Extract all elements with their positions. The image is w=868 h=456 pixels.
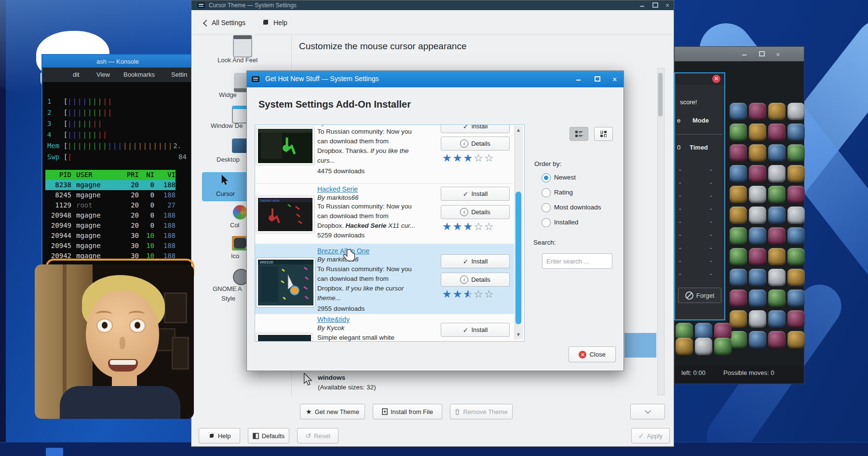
theme-list-scrollbar-thumb[interactable]	[658, 73, 663, 116]
maximize-icon[interactable]	[759, 51, 765, 57]
gem-O[interactable]	[730, 207, 747, 224]
gem-O[interactable]	[749, 144, 766, 162]
list-view-button[interactable]	[570, 127, 588, 141]
star-icon[interactable]: ☆	[474, 152, 484, 164]
gem-G[interactable]	[787, 144, 805, 162]
sidebar-item-gnome-style-line2[interactable]: Style	[221, 295, 235, 302]
gem-G[interactable]	[714, 338, 732, 355]
star-icon[interactable]: ★	[442, 288, 453, 300]
gem-G[interactable]	[730, 248, 747, 265]
minimize-icon[interactable]	[742, 51, 746, 57]
gem-G[interactable]	[768, 290, 786, 307]
gem-B[interactable]	[730, 165, 747, 182]
apply-button[interactable]: ✓ Apply	[631, 428, 670, 443]
details-button[interactable]: iDetails	[441, 137, 510, 151]
star-icon[interactable]: ★	[453, 152, 463, 164]
install-button[interactable]: ✓Install	[441, 187, 510, 201]
defaults-button[interactable]: Defaults	[248, 428, 289, 443]
gem-P[interactable]	[768, 124, 786, 141]
sidebar-item-widget-style[interactable]: Widge	[219, 91, 237, 98]
reset-button[interactable]: ↺ Reset	[297, 428, 339, 443]
theme-list-scrollbar[interactable]	[657, 68, 665, 395]
list-scrollbar-thumb[interactable]	[515, 192, 521, 324]
gem-O[interactable]	[749, 124, 766, 141]
gem-S[interactable]	[787, 103, 805, 120]
radio-newest[interactable]	[542, 173, 551, 182]
gem-P[interactable]	[768, 227, 786, 245]
radio-most-downloads-label[interactable]: Most downloads	[554, 204, 601, 211]
menu-settings[interactable]: Settin	[171, 71, 187, 78]
sidebar-item-icons[interactable]: Ico	[231, 252, 239, 260]
radio-rating[interactable]	[542, 188, 551, 197]
gem-B[interactable]	[768, 144, 786, 162]
gem-B[interactable]	[730, 269, 747, 286]
htop-process-row[interactable]: 20944mgagne3010188	[45, 231, 176, 241]
item-title-link[interactable]: White&tidy	[317, 316, 350, 323]
gem-S[interactable]	[749, 186, 766, 203]
highscore-titlebar[interactable]: ✕	[675, 73, 724, 85]
rating-stars[interactable]: ★★☆★☆☆	[442, 288, 495, 301]
star-icon[interactable]: ☆	[484, 288, 495, 300]
star-icon[interactable]: ★	[442, 221, 453, 233]
star-icon[interactable]: ☆	[474, 221, 484, 233]
dialog-titlebar[interactable]: Get Hot New Stuff — System Settings ×	[247, 71, 624, 87]
gem-B[interactable]	[749, 269, 766, 286]
gem-B[interactable]	[730, 103, 747, 120]
sidebar-item-cursor-theme-selected[interactable]: Cursor	[202, 172, 247, 201]
gem-O[interactable]	[768, 103, 786, 120]
scroll-up-icon[interactable]: ▲	[515, 127, 522, 133]
gem-O[interactable]	[787, 165, 805, 182]
htop-process-row[interactable]: 8238mgagne200188	[45, 180, 176, 190]
star-icon[interactable]: ★	[453, 221, 463, 233]
settings-titlebar[interactable]: Cursor Theme — System Settings ×	[191, 0, 674, 10]
gem-G[interactable]	[730, 331, 747, 348]
help-button[interactable]: Help	[273, 19, 287, 27]
gem-B[interactable]	[749, 290, 766, 307]
gem-G[interactable]	[787, 248, 805, 265]
radio-rating-label[interactable]: Rating	[554, 189, 573, 196]
close-icon[interactable]: ×	[665, 2, 669, 9]
sidebar-item-gnome-style-line1[interactable]: GNOME A	[213, 285, 242, 292]
sidebar-item-look-and-feel[interactable]: Look And Feel	[217, 56, 258, 64]
radio-installed-label[interactable]: Installed	[554, 219, 578, 226]
size-dropdown[interactable]	[630, 404, 665, 419]
gem-B[interactable]	[768, 310, 786, 328]
gem-P[interactable]	[749, 248, 766, 265]
sidebar-item-window-decorations[interactable]: Window De	[211, 122, 243, 129]
gem-G[interactable]	[768, 186, 786, 203]
install-button[interactable]: ✓Install	[441, 124, 510, 133]
htop-process-row[interactable]: 20948mgagne200188	[45, 210, 176, 221]
star-icon[interactable]: ☆	[474, 288, 484, 300]
gem-P[interactable]	[730, 144, 747, 162]
install-from-file-button[interactable]: Install from File	[373, 404, 442, 419]
gem-P[interactable]	[749, 165, 766, 182]
minimize-icon[interactable]	[640, 2, 644, 9]
scroll-down-icon[interactable]: ▼	[515, 332, 522, 337]
gem-G[interactable]	[730, 124, 747, 141]
gem-S[interactable]	[768, 165, 786, 182]
radio-newest-label[interactable]: Newest	[554, 174, 576, 181]
menu-edit[interactable]: dit	[73, 71, 80, 78]
grid-view-button[interactable]	[594, 127, 613, 141]
gem-P[interactable]	[768, 331, 786, 348]
look-and-feel-icon[interactable]	[233, 35, 252, 57]
item-title-link[interactable]: Hacked Serie	[317, 185, 358, 193]
gem-B[interactable]	[768, 207, 786, 224]
icons-icon[interactable]	[232, 236, 248, 250]
gem-B[interactable]	[787, 227, 805, 245]
star-icon[interactable]: ★	[442, 152, 453, 164]
gem-P[interactable]	[749, 103, 766, 120]
star-icon[interactable]: ★	[463, 221, 474, 233]
install-button[interactable]: ✓Install	[441, 323, 510, 337]
gem-O[interactable]	[787, 331, 805, 348]
htop-process-row[interactable]: 20949mgagne200188	[45, 221, 176, 231]
details-button[interactable]: iDetails	[441, 273, 510, 287]
sidebar-item-desktop-theme[interactable]: Desktop	[217, 156, 240, 163]
game-titlebar[interactable]: ×	[675, 47, 804, 61]
forget-button[interactable]: Forget	[678, 288, 721, 303]
star-icon[interactable]: ☆	[484, 152, 495, 164]
gem-S[interactable]	[768, 269, 786, 286]
theme-name[interactable]: windows	[318, 374, 345, 381]
gem-B[interactable]	[787, 124, 805, 141]
menu-bookmarks[interactable]: Bookmarks	[123, 71, 155, 78]
